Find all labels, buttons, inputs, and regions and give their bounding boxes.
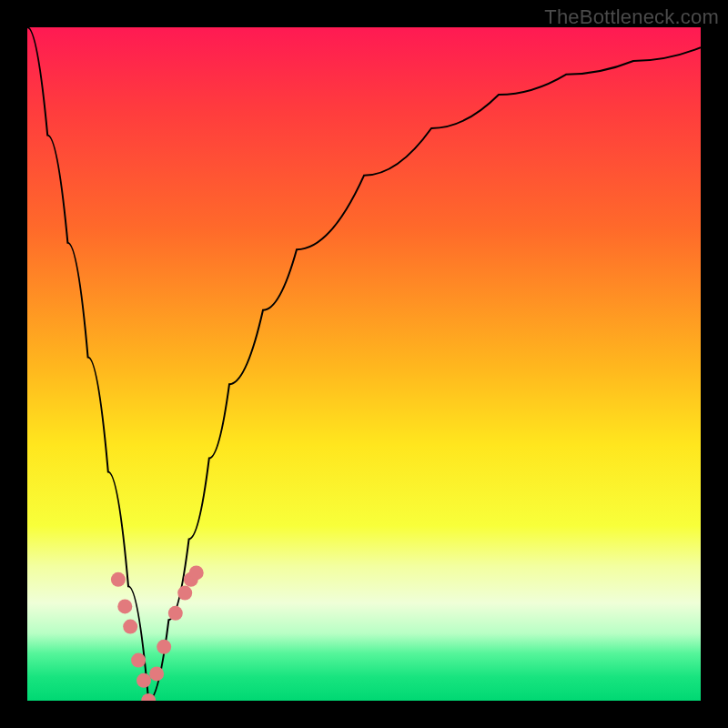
v-curve-line xyxy=(27,27,701,701)
curve-marker xyxy=(111,572,126,587)
watermark-text: TheBottleneck.com xyxy=(544,5,719,29)
curve-markers xyxy=(111,565,204,701)
curve-marker xyxy=(189,565,204,580)
chart-frame: TheBottleneck.com xyxy=(0,0,728,728)
curve-marker xyxy=(157,640,171,654)
bottleneck-curve xyxy=(27,27,701,701)
plot-area xyxy=(27,27,701,701)
curve-marker xyxy=(131,653,146,668)
curve-marker xyxy=(123,620,137,634)
curve-marker xyxy=(168,606,183,621)
curve-marker xyxy=(136,673,151,688)
curve-marker xyxy=(149,666,164,681)
curve-marker xyxy=(177,586,192,601)
curve-marker xyxy=(117,599,132,613)
